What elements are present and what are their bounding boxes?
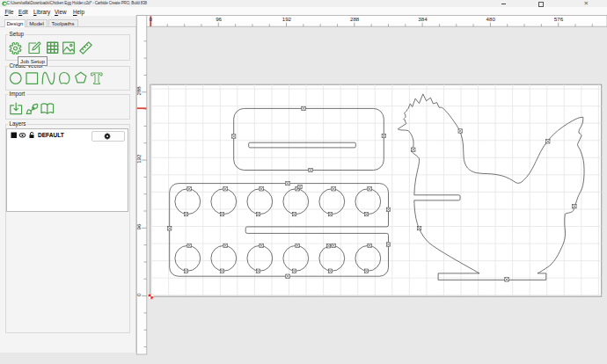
svg-text:384: 384 [418,16,428,22]
svg-text:0: 0 [150,16,153,22]
svg-text:192: 192 [135,154,142,164]
svg-text:288: 288 [135,86,142,96]
svg-text:0: 0 [135,293,142,296]
svg-text:96: 96 [216,16,222,22]
svg-text:96: 96 [135,223,142,229]
svg-text:576: 576 [554,16,564,22]
svg-text:192: 192 [282,16,292,22]
svg-text:480: 480 [486,16,496,22]
svg-text:288: 288 [350,16,360,22]
